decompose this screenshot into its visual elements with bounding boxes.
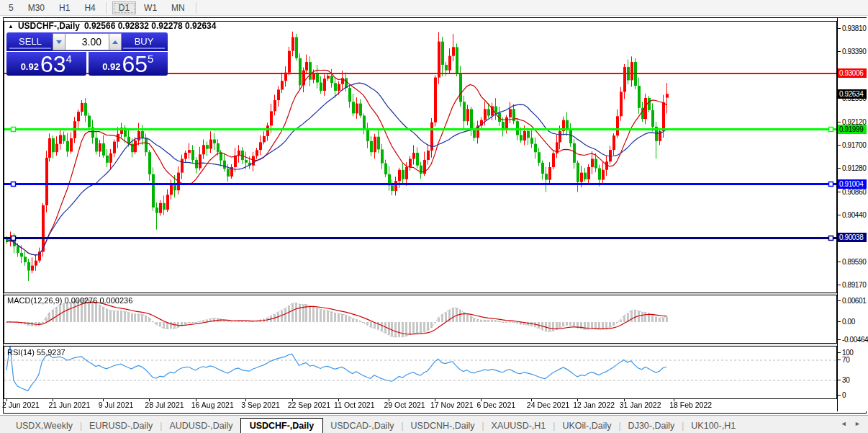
date-tick-label: 17 Nov 2021 <box>430 401 474 409</box>
chart-tab-usdx-weekly[interactable]: USDX,Weekly <box>9 419 80 433</box>
triangle-down-icon <box>56 40 62 44</box>
timeframe-button-mn[interactable]: MN <box>165 1 191 14</box>
timeframe-button-5[interactable]: 5 <box>2 1 20 14</box>
macd-axis-label: -0.00464 <box>838 335 867 344</box>
chart-title: ▲ USDCHF-,Daily 0.92566 0.92832 0.92278 … <box>8 21 216 31</box>
chart-tab-audusd-daily[interactable]: AUDUSD-,Daily <box>162 419 240 433</box>
timeframe-button-m30[interactable]: M30 <box>22 1 51 14</box>
buy-price[interactable]: 0.92655 <box>89 52 168 76</box>
timeframe-button-h4[interactable]: H4 <box>78 1 101 14</box>
date-tick-label: 12 Jan 2022 <box>573 401 615 409</box>
date-tick-label: 31 Jan 2022 <box>620 401 661 409</box>
price-badge: 0.92634 <box>838 89 867 99</box>
rsi-axis-label: 70 <box>838 355 867 365</box>
sell-button[interactable]: SELL <box>9 35 51 49</box>
price-tick-label: 0.89170 <box>838 280 867 290</box>
price-tick-label: 0.93810 <box>838 24 867 33</box>
macd-label: MACD(12,26,9) 0.000276 0.000236 <box>7 296 132 305</box>
timeframe-button-h1[interactable]: H1 <box>53 1 76 14</box>
date-tick-label: 11 Oct 2021 <box>334 401 374 409</box>
volume-increase-button[interactable] <box>109 33 122 50</box>
macd-axis-label: 0.00601 <box>838 296 867 305</box>
trade-panel-top: SELL 3.00 BUY <box>6 32 168 51</box>
date-tick-label: 28 Jul 2021 <box>145 401 184 409</box>
tab-scroll-icons[interactable]: ◄ ► <box>841 420 864 427</box>
volume-input[interactable]: 3.00 <box>65 33 109 50</box>
date-tick-label: 3 Sep 2021 <box>241 401 280 409</box>
chart-window: ▲ USDCHF-,Daily 0.92566 0.92832 0.92278 … <box>3 17 867 414</box>
toolbar-separator <box>107 2 108 14</box>
price-tick-label: 0.90440 <box>838 210 867 220</box>
rsi-label: RSI(14) 55.9237 <box>7 348 65 357</box>
price-tick-label: 0.93390 <box>838 47 867 56</box>
price-badge: 0.90038 <box>838 233 867 242</box>
timeframe-toolbar: 5M30H1H4D1W1MN <box>0 0 868 16</box>
trade-panel-bottom: 0.92634 0.92655 <box>6 52 168 76</box>
price-tick-label: 0.91700 <box>838 140 867 150</box>
chart-tab-uk100-h1[interactable]: UK100-,H1 <box>684 419 743 433</box>
triangle-up-icon <box>112 40 118 44</box>
volume-decrease-button[interactable] <box>53 33 65 50</box>
ohlc-values: 0.92566 0.92832 0.92278 0.92634 <box>84 21 217 31</box>
price-axis[interactable]: 0.938100.933900.929700.925500.921200.917… <box>837 18 867 411</box>
trading-platform: { "toolbar":{"timeframes":[ {"label":"5"… <box>0 0 868 433</box>
chart-tab-usdcnh-daily[interactable]: USDCNH-,Daily <box>404 419 482 433</box>
chart-tab-dj30-daily[interactable]: DJ30-,Daily <box>621 419 682 433</box>
price-tick-label: 0.89590 <box>838 257 867 267</box>
date-tick-label: 9 Jul 2021 <box>99 401 133 409</box>
one-click-trading-panel: SELL 3.00 BUY 0.92634 0.92655 <box>6 32 168 76</box>
date-tick-label: 18 Feb 2022 <box>669 401 712 409</box>
toolbar-separator <box>196 2 197 14</box>
date-tick-label: 29 Oct 2021 <box>384 401 425 409</box>
date-tick-label: 21 Jun 2021 <box>48 401 90 409</box>
rsi-axis-label: 0 <box>838 390 867 400</box>
macd-axis-label: 0.00 <box>838 317 867 326</box>
date-tick-label: 24 Dec 2021 <box>527 401 570 409</box>
chart-tab-bar: USDX,Weekly|EURUSD-,Daily|AUDUSD-,DailyU… <box>0 415 868 433</box>
chart-tab-ukoil-daily[interactable]: UKOil-,Daily <box>555 419 618 433</box>
volume-spinner: 3.00 <box>53 33 122 50</box>
date-tick-label: 6 Dec 2021 <box>476 401 515 409</box>
date-tick-label: 2 Jun 2021 <box>2 401 40 409</box>
price-badge: 0.91999 <box>838 125 867 134</box>
price-badge: 0.91004 <box>838 179 867 189</box>
date-tick-label: 22 Sep 2021 <box>288 401 331 409</box>
price-tick-label: 0.91280 <box>838 164 867 173</box>
chart-tab-eurusd-daily[interactable]: EURUSD-,Daily <box>82 419 160 433</box>
symbol-period-label: USDCHF-,Daily <box>18 21 80 31</box>
collapse-triangle-icon[interactable]: ▲ <box>8 23 14 30</box>
sell-price[interactable]: 0.92634 <box>6 52 86 76</box>
chart-tab-usdchf-daily[interactable]: USDCHF-,Daily <box>240 418 324 433</box>
timeframe-button-w1[interactable]: W1 <box>137 1 163 14</box>
timeframe-button-d1[interactable]: D1 <box>112 1 136 14</box>
chart-tab-usdcad-daily[interactable]: USDCAD-,Daily <box>323 419 401 433</box>
price-badge: 0.93006 <box>838 68 867 78</box>
rsi-axis-label: 30 <box>838 375 867 385</box>
chart-tab-xauusd-h1[interactable]: XAUUSD-,H1 <box>484 419 553 433</box>
buy-button[interactable]: BUY <box>123 35 165 49</box>
date-tick-label: 16 Aug 2021 <box>191 401 234 409</box>
